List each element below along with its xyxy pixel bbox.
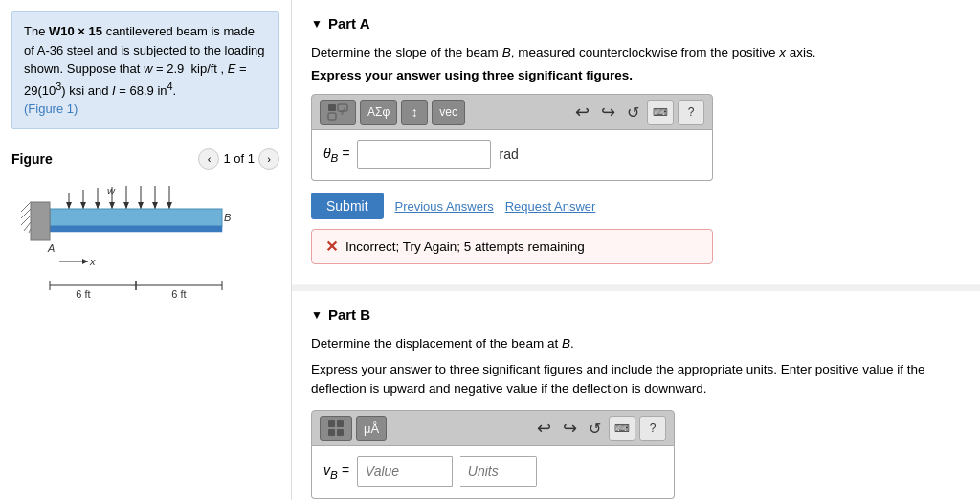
figure-prev-btn[interactable]: ‹ xyxy=(198,148,219,170)
part-a-previous-btn[interactable]: Previous Answers xyxy=(394,199,493,214)
toolbar-a-keyboard-btn[interactable]: ⌨ xyxy=(647,100,674,125)
part-a-answer-input[interactable] xyxy=(357,140,491,169)
svg-marker-10 xyxy=(123,202,129,209)
part-b-header: ▼ Part B xyxy=(311,307,961,323)
svg-rect-41 xyxy=(338,104,347,111)
toolbar-a-undo-btn[interactable]: ↩ xyxy=(571,100,593,125)
svg-rect-19 xyxy=(31,202,50,240)
svg-rect-44 xyxy=(328,429,335,436)
svg-marker-12 xyxy=(138,202,144,209)
svg-text:6 ft: 6 ft xyxy=(171,288,186,300)
svg-text:A: A xyxy=(47,242,55,254)
part-a-label: Part A xyxy=(328,15,370,32)
part-b-instruction: Express your answer to three significant… xyxy=(311,360,961,399)
svg-marker-6 xyxy=(95,202,100,209)
figure-next-btn[interactable]: › xyxy=(258,148,279,170)
error-x-icon: ✕ xyxy=(325,238,338,256)
svg-text:B: B xyxy=(224,212,231,223)
svg-rect-39 xyxy=(328,113,336,120)
toolbar-b-refresh-btn[interactable]: ↺ xyxy=(585,418,605,440)
left-panel: The W10 × 15 cantilevered beam is made o… xyxy=(0,0,292,500)
svg-rect-17 xyxy=(50,209,222,226)
part-a-error: ✕ Incorrect; Try Again; 5 attempts remai… xyxy=(311,229,713,264)
svg-marker-16 xyxy=(167,202,172,209)
part-a-instruction: Express your answer using three signific… xyxy=(311,68,961,82)
part-a-answer-row: θB = rad xyxy=(323,140,701,169)
part-a-header: ▼ Part A xyxy=(311,15,961,32)
part-a-request-btn[interactable]: Request Answer xyxy=(505,199,596,214)
figure-nav-text: 1 of 1 xyxy=(223,151,255,166)
figure-image: w xyxy=(11,175,279,348)
part-b-answer-row: vB = xyxy=(323,456,662,487)
svg-line-23 xyxy=(24,222,31,231)
svg-marker-14 xyxy=(152,202,158,209)
beam-diagram: w xyxy=(11,175,279,338)
svg-marker-28 xyxy=(82,259,88,264)
part-a-collapse[interactable]: ▼ xyxy=(311,17,323,31)
svg-marker-4 xyxy=(80,202,86,209)
toolbar-a-vec-btn[interactable]: vec xyxy=(432,100,465,125)
svg-text:6 ft: 6 ft xyxy=(76,288,90,300)
part-b-value-input[interactable] xyxy=(357,456,453,487)
problem-text-content: The W10 × 15 cantilevered beam is made o… xyxy=(24,24,265,116)
toolbar-a-arrow-btn[interactable]: ↕ xyxy=(401,100,428,125)
part-a-section: ▼ Part A Determine the slope of the beam… xyxy=(292,0,980,284)
toolbar-a-refresh-btn[interactable]: ↺ xyxy=(623,102,643,124)
toolbar-b-keyboard-btn[interactable]: ⌨ xyxy=(609,416,635,441)
part-b-answer-container: vB = xyxy=(311,446,675,499)
toolbar-b-help-btn[interactable]: ? xyxy=(639,416,666,441)
part-a-description: Determine the slope of the beam B, measu… xyxy=(311,43,961,62)
part-b-units-input[interactable] xyxy=(460,456,537,487)
part-a-answer-label: θB = xyxy=(323,146,349,164)
figure-section: Figure ‹ 1 of 1 › w xyxy=(0,141,291,355)
toolbar-b-grid-btn[interactable] xyxy=(320,416,352,441)
part-b-label: Part B xyxy=(328,307,370,323)
figure-title: Figure xyxy=(11,151,53,167)
part-a-submit-btn[interactable]: Submit xyxy=(311,193,384,219)
toolbar-a-redo-btn[interactable]: ↪ xyxy=(597,100,619,125)
part-a-toolbar: √ ΑΣφ ↕ vec ↩ ↪ ↺ ⌨ ? xyxy=(311,94,713,130)
svg-rect-18 xyxy=(50,226,222,232)
part-b-collapse[interactable]: ▼ xyxy=(311,308,323,322)
toolbar-b-undo-btn[interactable]: ↩ xyxy=(533,416,555,441)
error-text: Incorrect; Try Again; 5 attempts remaini… xyxy=(345,239,585,254)
toolbar-b-redo-btn[interactable]: ↪ xyxy=(559,416,581,441)
problem-text: The W10 × 15 cantilevered beam is made o… xyxy=(11,11,279,129)
part-b-answer-label: vB = xyxy=(323,463,349,481)
toolbar-b-mu-btn[interactable]: μÅ xyxy=(356,416,387,441)
part-b-toolbar: μÅ ↩ ↪ ↺ ⌨ ? xyxy=(311,410,675,446)
right-panel: ▼ Part A Determine the slope of the beam… xyxy=(292,0,980,500)
toolbar-a-symbol-btn[interactable]: ΑΣφ xyxy=(360,100,397,125)
svg-rect-38 xyxy=(328,104,336,111)
figure-link[interactable]: (Figure 1) xyxy=(24,102,78,116)
svg-rect-43 xyxy=(337,420,344,427)
part-a-answer-container: θB = rad xyxy=(311,130,713,181)
part-b-section: ▼ Part B Determine the displacement of t… xyxy=(292,291,980,500)
part-a-actions: Submit Previous Answers Request Answer xyxy=(311,193,961,219)
part-b-description: Determine the displacement of the beam a… xyxy=(311,334,961,353)
svg-marker-2 xyxy=(66,202,72,209)
svg-rect-45 xyxy=(337,429,344,436)
toolbar-a-matrix-btn[interactable]: √ xyxy=(320,100,356,125)
figure-nav: ‹ 1 of 1 › xyxy=(198,148,279,170)
toolbar-a-help-btn[interactable]: ? xyxy=(678,100,704,125)
figure-header: Figure ‹ 1 of 1 › xyxy=(11,148,279,170)
svg-rect-42 xyxy=(328,420,335,427)
part-a-unit: rad xyxy=(499,147,518,162)
svg-marker-8 xyxy=(109,202,115,209)
svg-text:x: x xyxy=(89,256,96,267)
